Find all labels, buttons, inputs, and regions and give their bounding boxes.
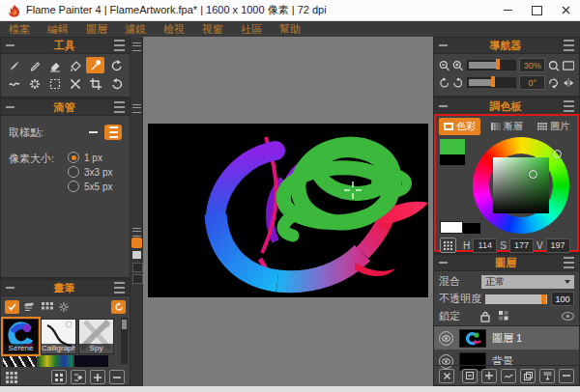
scrollbar-thumb[interactable] — [122, 320, 127, 329]
zoom-out-icon[interactable] — [439, 60, 450, 71]
redo-button[interactable] — [107, 75, 126, 92]
secondary-color-swatch[interactable] — [440, 154, 465, 165]
panel-menu-icon[interactable] — [114, 40, 125, 51]
blend-mode-dropdown[interactable]: 正常 — [481, 275, 574, 289]
layer-merge-button[interactable] — [539, 369, 555, 383]
flip-horizontal-icon[interactable] — [563, 78, 574, 88]
layer-delete-button[interactable] — [559, 369, 574, 383]
rotation-value[interactable]: 0° — [519, 75, 545, 90]
panel-menu-icon[interactable] — [114, 101, 125, 113]
tab-image[interactable]: 圖片 — [533, 118, 574, 135]
layer-row-1[interactable]: 圖層 1 — [434, 326, 579, 350]
menu-layer[interactable]: 圖層 — [77, 21, 116, 37]
menu-window[interactable]: 視窗 — [193, 21, 232, 37]
opacity-slider-handle[interactable] — [541, 294, 546, 304]
current-color-swatch[interactable] — [440, 139, 465, 154]
canvas-workspace[interactable] — [143, 37, 433, 386]
layer-visibility-toggle[interactable] — [439, 331, 453, 346]
layer-add-button[interactable] — [481, 369, 497, 383]
panel-handle-icon[interactable] — [132, 228, 141, 237]
brush-add-button[interactable] — [90, 370, 105, 384]
eyedropper-tool[interactable] — [86, 57, 104, 73]
black-swatch[interactable] — [463, 223, 480, 234]
collapse-icon[interactable] — [6, 44, 14, 46]
zoom-slider[interactable] — [467, 60, 517, 70]
brush-remove-button[interactable] — [109, 370, 125, 384]
panel-handle-icon[interactable] — [132, 42, 141, 51]
rotate-ccw-icon[interactable] — [439, 77, 450, 89]
collapse-icon[interactable] — [439, 105, 448, 107]
brush-type-icon[interactable] — [24, 302, 37, 313]
eraser-tool[interactable] — [45, 57, 64, 73]
white-swatch[interactable] — [440, 221, 463, 234]
palette-grid-button[interactable] — [440, 238, 456, 253]
reset-rotation-icon[interactable] — [548, 77, 559, 89]
zoom-actual-icon[interactable] — [548, 60, 559, 71]
brush-filter-all-button[interactable] — [5, 300, 19, 314]
collapse-icon[interactable] — [439, 262, 448, 264]
sparkle-type-icon[interactable] — [58, 301, 70, 313]
collapsed-tool-button[interactable] — [132, 251, 141, 259]
minimize-button[interactable] — [493, 0, 522, 21]
brush-thumb-partial[interactable] — [74, 355, 108, 367]
v-value[interactable]: 197 — [546, 238, 570, 253]
fill-tool[interactable] — [66, 57, 84, 73]
saturation-value-square[interactable] — [493, 157, 549, 213]
pixel-size-option-3x3[interactable]: 3x3 px — [68, 166, 122, 178]
rotation-slider[interactable] — [467, 77, 517, 88]
hue-ring[interactable] — [473, 137, 569, 234]
grid-type-icon[interactable] — [42, 302, 53, 313]
transform-tool[interactable] — [66, 75, 84, 92]
panel-menu-icon[interactable] — [114, 282, 125, 294]
collapse-icon[interactable] — [439, 44, 448, 46]
zoom-value[interactable]: 30% — [519, 58, 545, 72]
sv-marker[interactable] — [529, 170, 537, 179]
rotate-cw-icon[interactable] — [452, 77, 463, 89]
fit-screen-icon[interactable] — [563, 61, 574, 70]
menu-filter[interactable]: 濾鏡 — [116, 21, 155, 37]
flame-brush-tool[interactable] — [5, 57, 23, 73]
brush-export-button[interactable] — [71, 370, 86, 384]
opacity-value[interactable]: 100 — [551, 292, 574, 306]
canvas[interactable] — [148, 124, 428, 297]
zoom-in-icon[interactable] — [452, 60, 463, 71]
zoom-slider-handle[interactable] — [496, 59, 500, 70]
menu-community[interactable]: 社區 — [232, 21, 271, 37]
panel-menu-icon[interactable] — [564, 40, 574, 51]
brush-sync-button[interactable] — [111, 300, 126, 314]
tab-color[interactable]: 色彩 — [439, 118, 480, 135]
panel-menu-icon[interactable] — [564, 257, 574, 268]
s-value[interactable]: 177 — [509, 238, 534, 253]
panel-handle-icon[interactable] — [132, 104, 141, 113]
menu-view[interactable]: 檢視 — [155, 21, 193, 37]
hue-marker[interactable] — [553, 150, 562, 158]
collapsed-tool-button[interactable] — [132, 263, 143, 272]
pixel-size-option-1[interactable]: 1 px — [68, 152, 122, 163]
lock-icon[interactable] — [480, 311, 490, 322]
brush-thumb-calligraphy[interactable]: Calligraphy — [41, 319, 76, 354]
tab-gradient[interactable]: 漸層 — [486, 118, 528, 135]
h-value[interactable]: 114 — [473, 238, 497, 253]
rotation-slider-handle[interactable] — [491, 76, 495, 87]
panel-menu-icon[interactable] — [564, 100, 574, 112]
menu-edit[interactable]: 編輯 — [39, 21, 77, 37]
brush-grid-button[interactable] — [51, 370, 67, 384]
opacity-slider[interactable] — [485, 294, 547, 304]
layer-duplicate-button[interactable] — [520, 369, 536, 383]
smooth-tool[interactable] — [5, 75, 23, 92]
brush-thumb-serene[interactable]: Serene — [3, 319, 39, 354]
brush-thumb-partial[interactable] — [3, 355, 37, 367]
menu-help[interactable]: 幫助 — [271, 21, 309, 37]
particle-tool[interactable] — [25, 75, 44, 92]
brush-scrollbar[interactable] — [121, 318, 128, 364]
collapse-icon[interactable] — [6, 287, 14, 289]
brush-thumb-partial[interactable] — [39, 355, 72, 367]
undo-button[interactable] — [107, 57, 126, 73]
sample-single-button[interactable] — [85, 126, 101, 139]
visibility-all-icon[interactable] — [562, 312, 574, 321]
crop-tool[interactable] — [86, 75, 104, 92]
maximize-button[interactable] — [522, 0, 551, 21]
pencil-tool[interactable] — [25, 57, 44, 73]
collapsed-tool-button[interactable] — [131, 238, 142, 248]
collapsed-tool-button[interactable] — [132, 274, 143, 284]
